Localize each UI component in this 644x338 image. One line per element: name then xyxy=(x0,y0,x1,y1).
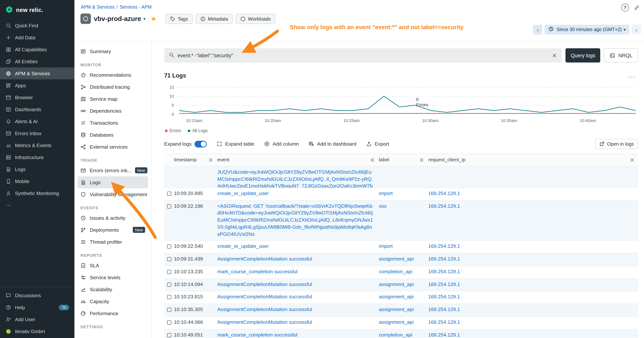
tags-button[interactable]: Tags xyxy=(165,14,192,24)
nrql-button[interactable]: NRQL xyxy=(604,48,638,63)
event-link[interactable]: AssignmentCompletionMutation successful xyxy=(217,256,312,262)
row-checkbox[interactable] xyxy=(167,282,171,286)
subnav-item-vulnerability-management[interactable]: Vulnerability Management xyxy=(78,188,148,200)
entity-name[interactable]: vbv-prod-azure xyxy=(94,15,141,23)
event-link[interactable]: JUQVU&code=eyJraWQiOiJjcGltY29yZV8wOTl1M… xyxy=(217,169,373,188)
subnav-item-databases[interactable]: Databases xyxy=(78,129,148,141)
event-link[interactable]: AssignmentCompletionMutation successful xyxy=(217,281,312,287)
subnav-item-issues-activity[interactable]: Issues & activity xyxy=(78,212,148,224)
row-checkbox[interactable] xyxy=(167,320,171,324)
sidebar-footer-iterativ-gmbh[interactable]: Iterativ GmbH xyxy=(0,325,74,337)
open-in-logs-button[interactable]: Open in logs xyxy=(595,139,638,149)
link-icon[interactable] xyxy=(634,5,640,11)
subnav-item-dependencies[interactable]: Dependencies xyxy=(78,105,148,117)
request_client_ip-link[interactable]: 169.254.129.1 xyxy=(428,281,460,287)
workloads-button[interactable]: Workloads xyxy=(236,14,275,24)
event-link[interactable]: create_or_update_user xyxy=(217,190,269,196)
sidebar-item-browser[interactable]: Browser xyxy=(0,91,74,103)
label-link[interactable]: assignment_api xyxy=(379,281,414,287)
request_client_ip-link[interactable]: 169.254.129.1 xyxy=(428,294,460,300)
help-icon[interactable]: ? xyxy=(621,4,629,12)
legend-item-errors[interactable]: Errors xyxy=(165,128,181,133)
row-checkbox[interactable] xyxy=(167,244,171,248)
request_client_ip-link[interactable]: 169.254.129.1 xyxy=(428,243,460,249)
request_client_ip-link[interactable]: 169.254.129.1 xyxy=(428,256,460,262)
legend-item-all-logs[interactable]: All Logs xyxy=(188,128,208,133)
remove-column-icon[interactable] xyxy=(630,157,635,163)
row-checkbox[interactable] xyxy=(167,191,171,196)
expand-logs-toggle[interactable]: Expand logs xyxy=(164,141,207,147)
request_client_ip-link[interactable]: 169.254.129.1 xyxy=(428,319,460,325)
log-query-input[interactable]: event:* -"label":"security" xyxy=(178,53,548,58)
label-link[interactable]: completion_api xyxy=(379,268,412,274)
sidebar-footer-add-user[interactable]: Add User xyxy=(0,313,74,325)
subnav-item-performance[interactable]: Performance xyxy=(78,307,148,319)
subnav-item-summary[interactable]: Summary xyxy=(78,45,148,57)
row-checkbox[interactable] xyxy=(167,270,171,274)
metadata-button[interactable]: Metadata xyxy=(196,14,232,24)
sidebar-item-infrastructure[interactable]: Infrastructure xyxy=(0,151,74,163)
request_client_ip-link[interactable]: 169.254.129.1 xyxy=(428,268,460,274)
request_client_ip-link[interactable]: 169.254.129.1 xyxy=(428,190,460,196)
subnav-item-sla[interactable]: SLA xyxy=(78,259,148,271)
label-link[interactable]: assignment_api xyxy=(379,256,414,262)
sidebar-item-logs[interactable]: Logs xyxy=(0,163,74,175)
query-logs-button[interactable]: Query logs xyxy=(566,48,600,63)
export-button[interactable]: Export xyxy=(366,141,389,147)
event-link[interactable]: AssignmentCompletionMutation successful xyxy=(217,294,312,300)
event-link[interactable]: mark_course_completion successful xyxy=(217,268,298,274)
label-link[interactable]: assignment_api xyxy=(379,294,414,300)
add-to-dashboard-button[interactable]: Add to dashboard xyxy=(308,141,356,147)
expand-table-button[interactable]: Expand table xyxy=(216,141,254,147)
sidebar-item-apm-services[interactable]: APM & Services xyxy=(0,67,74,79)
sidebar-item-quick-find[interactable]: Quick Find xyxy=(0,20,74,32)
row-checkbox[interactable] xyxy=(167,308,171,312)
log-query-bar[interactable]: event:* -"label":"security" xyxy=(164,48,562,63)
request_client_ip-link[interactable]: 169.254.129.1 xyxy=(428,332,460,338)
favorite-star-icon[interactable]: ★ xyxy=(151,15,156,23)
row-checkbox[interactable] xyxy=(167,295,171,299)
sidebar-item-all-entities[interactable]: All Entities xyxy=(0,55,74,67)
remove-column-icon[interactable] xyxy=(370,157,375,163)
add-column-button[interactable]: Add column xyxy=(264,141,299,147)
subnav-item-errors-errors-inb[interactable]: Errors (errors inb...New xyxy=(78,164,148,176)
subnav-item-scalability[interactable]: Scalability xyxy=(78,283,148,295)
clear-query-icon[interactable] xyxy=(552,53,557,58)
toggle-on-icon[interactable] xyxy=(194,141,207,147)
sidebar-item-alerts-ai[interactable]: Alerts & AI xyxy=(0,115,74,127)
request_client_ip-link[interactable]: 169.254.129.1 xyxy=(428,203,460,209)
event-link[interactable]: <ASGIRequest: GET '/sso/callback/?state=… xyxy=(217,203,373,237)
subnav-item-external-services[interactable]: External services xyxy=(78,141,148,153)
label-link[interactable]: sso xyxy=(379,203,386,209)
sidebar-footer-help[interactable]: Help70 xyxy=(0,301,74,313)
sidebar-item-more[interactable] xyxy=(0,199,74,211)
subnav-item-deployments[interactable]: DeploymentsNew xyxy=(78,224,148,236)
label-link[interactable]: completion_api xyxy=(379,332,412,338)
new-relic-brand[interactable]: new relic. xyxy=(0,0,74,20)
sidebar-item-apps[interactable]: Apps xyxy=(0,79,74,91)
more-menu-icon[interactable]: ... xyxy=(628,72,636,79)
sidebar-footer-discussions[interactable]: Discussions xyxy=(0,289,74,301)
event-link[interactable]: mark_course_completion successful xyxy=(217,332,298,338)
breadcrumb-link-services-apm[interactable]: Services - APM xyxy=(120,5,152,10)
time-range-button[interactable]: Since 30 minutes ago (GMT+2) ▾ xyxy=(545,25,630,35)
subnav-item-service-levels[interactable]: Service levels xyxy=(78,271,148,283)
row-checkbox[interactable] xyxy=(167,257,171,261)
subnav-item-transactions[interactable]: Transactions xyxy=(78,117,148,129)
subnav-item-capacity[interactable]: Capacity xyxy=(78,295,148,307)
label-link[interactable]: assignment_api xyxy=(379,307,414,312)
subnav-item-logs[interactable]: Logs xyxy=(78,176,148,188)
sidebar-item-errors-inbox[interactable]: Errors Inbox xyxy=(0,127,74,139)
sidebar-item-dashboards[interactable]: Dashboards xyxy=(0,103,74,115)
sidebar-item-all-capabilities[interactable]: All Capabilities xyxy=(0,44,74,55)
row-checkbox[interactable] xyxy=(167,333,171,337)
subnav-item-recommendations[interactable]: Recommendations xyxy=(78,69,148,81)
request_client_ip-link[interactable]: 169.254.129.1 xyxy=(428,307,460,312)
sidebar-item-add-data[interactable]: Add Data xyxy=(0,32,74,44)
entity-chevron-down-icon[interactable]: ▾ xyxy=(144,16,146,21)
event-link[interactable]: create_or_update_user xyxy=(217,243,269,249)
remove-column-icon[interactable] xyxy=(419,157,424,163)
subnav-item-service-map[interactable]: Service map xyxy=(78,93,148,105)
sidebar-item-mobile[interactable]: Mobile xyxy=(0,175,74,187)
event-link[interactable]: AssignmentCompletionMutation successful xyxy=(217,319,312,325)
